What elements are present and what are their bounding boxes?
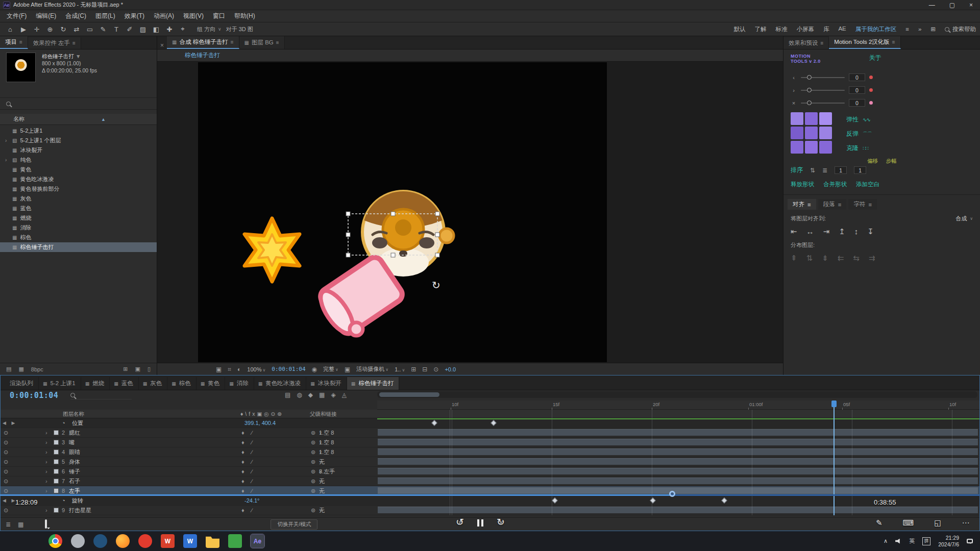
tray-language[interactable]: 英 — [909, 537, 915, 545]
workspace-item[interactable]: 小屏幕 — [796, 26, 814, 33]
align-section-tab[interactable]: 字符 ≡ — [848, 199, 877, 210]
expand-arrow-icon[interactable] — [45, 438, 47, 447]
timeline-layer-row[interactable]: 位置 399.1, 400.4 ∨ — [1, 418, 979, 428]
flyout-arrow-icon[interactable]: ▼ — [76, 53, 81, 59]
layer-color-chip[interactable] — [54, 430, 59, 435]
exposure-value[interactable]: +0.0 — [445, 366, 456, 372]
clone-grid-cell[interactable] — [805, 112, 818, 125]
distribute-icon[interactable]: ⇇ — [838, 254, 844, 263]
panel-menu-icon[interactable]: ≡ — [838, 202, 842, 208]
minimize-button[interactable]: — — [929, 2, 935, 9]
timeline-layer-row[interactable]: 6 锤子 8.左手 ∨ — [1, 467, 979, 477]
tray-clock[interactable]: 21:29 2024/7/6 — [938, 535, 959, 548]
taskbar-app-icon[interactable] — [48, 534, 62, 548]
timeline-layer-row[interactable]: 7 石子 无 ∨ — [1, 477, 979, 486]
viewer-stage[interactable]: ↻ — [157, 62, 783, 363]
slider-track[interactable] — [801, 77, 845, 78]
distribute-icon[interactable]: ⇞ — [791, 254, 797, 263]
layer-name[interactable]: 打击星星 — [69, 506, 91, 515]
panel-menu-icon[interactable]: ≡ — [807, 202, 811, 208]
layer-name[interactable]: 身体 — [69, 457, 80, 467]
menu-item[interactable]: 视图(V) — [179, 10, 208, 22]
anchor-icon[interactable]: › — [791, 87, 797, 93]
frame-blending-icon[interactable]: ▦ — [319, 391, 325, 398]
tool-icon[interactable]: ✚ — [163, 23, 176, 35]
player-progress-knob[interactable] — [669, 491, 675, 497]
anchor-icon[interactable]: × — [791, 100, 797, 106]
stopwatch-icon[interactable] — [62, 496, 65, 506]
motion-fx-button[interactable]: 克隆 ∷∷ — [846, 144, 872, 153]
distribute-icon[interactable]: ⇉ — [869, 254, 875, 263]
panel-menu-icon[interactable]: ≡ — [72, 40, 76, 46]
property-value[interactable]: 399.1, 400.4 — [244, 418, 276, 428]
timeline-layer-row[interactable]: 旋转 -24.1° ∨ — [1, 496, 979, 506]
pencil-icon[interactable]: ✎ — [876, 518, 883, 528]
current-time-indicator[interactable] — [834, 400, 835, 515]
parent-select[interactable]: 1.空 8 ∨ — [319, 428, 372, 438]
tray-chevron-icon[interactable]: ∧ — [884, 538, 888, 544]
taskbar-app-icon[interactable] — [206, 534, 219, 548]
taskbar-app-icon[interactable]: Ae — [251, 534, 264, 548]
parent-select[interactable]: 无 ∨ — [319, 457, 372, 467]
expand-arrow-icon[interactable] — [45, 467, 47, 477]
expand-arrow-icon[interactable] — [45, 477, 47, 486]
timeline-zoom-scrollbar[interactable] — [377, 391, 977, 398]
align-icon[interactable]: ↧ — [867, 227, 874, 236]
layer-switches[interactable] — [241, 447, 259, 457]
project-list-item[interactable]: 蓝色 — [0, 204, 157, 213]
grid-icon[interactable]: ⊞ — [930, 26, 936, 33]
toggle-switches-modes-button[interactable]: 切换开关/模式 — [271, 519, 317, 530]
keyframe-nav-icons[interactable] — [3, 418, 17, 428]
project-columns-header[interactable]: 名称 ▲ — [0, 114, 157, 125]
clone-grid-cell[interactable] — [819, 127, 832, 139]
parent-select[interactable]: 1.空 8 ∨ — [319, 447, 372, 457]
timeline-tab[interactable]: 棕色 — [167, 377, 197, 390]
timeline-tab[interactable]: 黄色 — [197, 377, 226, 390]
trash-icon[interactable]: ▯ — [148, 366, 151, 372]
region-of-interest-icon[interactable]: ▣ — [345, 366, 350, 373]
menu-item[interactable]: 窗口 — [208, 10, 230, 22]
parent-select[interactable]: 1.空 8 ∨ — [319, 438, 372, 447]
tool-icon[interactable]: ✛ — [31, 23, 43, 35]
project-item-name[interactable]: 棕色锤子击打 — [42, 53, 74, 59]
workspace-item[interactable]: 了解 — [754, 26, 766, 33]
effects-panel-tab[interactable]: 效果和预设 ≡ — [783, 37, 829, 49]
layer-color-chip[interactable] — [54, 440, 59, 445]
snapshot-icon[interactable]: ▣ — [216, 366, 222, 373]
anchor-icon[interactable]: ‹ — [791, 74, 797, 81]
project-bpc[interactable]: 8bpc — [31, 366, 43, 372]
viewer-tab[interactable]: ▦ 合成 棕色锤子击打 ≡ — [167, 36, 239, 49]
taskbar-app-icon[interactable]: W — [183, 534, 197, 548]
timeline-tab[interactable]: 燃烧 — [81, 377, 110, 390]
graph-editor-icon[interactable]: ◬ — [342, 391, 347, 398]
project-panel-tab[interactable]: 效果控件 左手 ≡ — [28, 37, 81, 49]
parent-pickwhip-icon[interactable] — [311, 428, 315, 438]
project-list-item[interactable]: 棕色 — [0, 233, 157, 242]
visibility-eye-icon[interactable] — [4, 506, 8, 515]
zoom-level[interactable]: 100%∨ — [247, 366, 265, 372]
taskbar-app-icon[interactable] — [93, 534, 107, 548]
active-workspace[interactable]: 属于我的工作区 — [855, 26, 897, 33]
taskbar-app-icon[interactable]: W — [161, 534, 175, 548]
timeline-tab[interactable]: 灰色 — [139, 377, 168, 390]
panel-menu-icon[interactable]: ≡ — [892, 39, 895, 45]
motion-fx-button[interactable]: 反弹 ⌒⌒ — [846, 130, 872, 138]
mini-flowchart-icon[interactable]: ▤ — [285, 391, 290, 398]
property-value[interactable]: -24.1° — [244, 496, 259, 506]
timeline-tab[interactable]: 蓝色 — [110, 377, 139, 390]
taskbar-app-icon[interactable] — [71, 534, 85, 548]
timeline-search[interactable] — [70, 391, 132, 399]
layer-name[interactable]: 嘴 — [69, 438, 75, 447]
overflow-icon[interactable]: » — [918, 26, 921, 32]
sort-order-icon[interactable]: ⇅ — [810, 167, 815, 174]
menu-item[interactable]: 合成(C) — [61, 10, 91, 22]
expand-arrow-icon[interactable] — [5, 138, 9, 143]
shrink-player-icon[interactable]: ◱ — [934, 518, 941, 528]
layer-name[interactable]: 眼睛 — [69, 447, 80, 457]
expand-icon[interactable]: ≣ — [6, 521, 11, 528]
ime-icon[interactable]: 拼 — [922, 537, 930, 545]
layer-switches[interactable] — [241, 506, 259, 515]
clone-grid-cell[interactable] — [791, 127, 803, 139]
panel-menu-icon[interactable]: ≡ — [276, 40, 279, 45]
resolution-select[interactable]: 完整∨ — [323, 365, 338, 373]
